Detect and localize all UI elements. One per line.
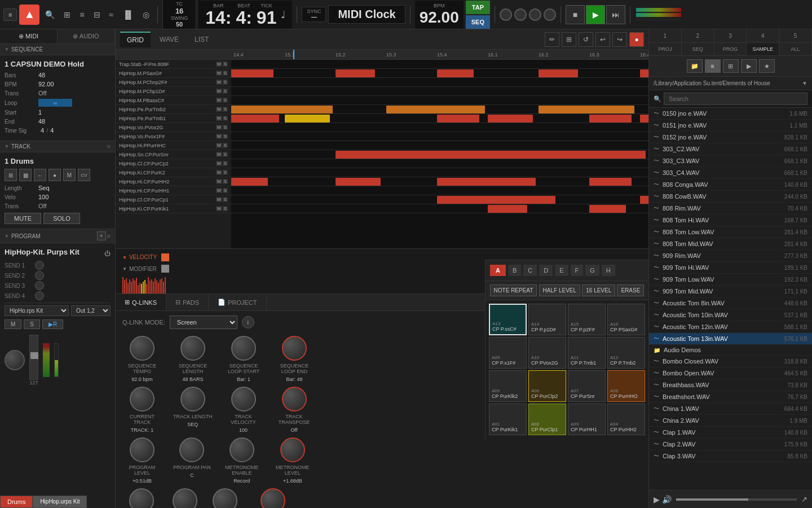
qlink-info-btn[interactable]: i: [242, 316, 254, 329]
file-808cowb[interactable]: 〜 808 CowB.WAV 244.0 KB: [649, 191, 812, 203]
browser-icon-star[interactable]: ★: [759, 59, 775, 73]
send2-knob[interactable]: [35, 271, 44, 280]
clip-a11-6[interactable]: [640, 115, 648, 122]
tab-g[interactable]: G: [585, 265, 599, 276]
clip-a16-1[interactable]: [231, 69, 273, 77]
file-breathbass[interactable]: 〜 Breathbass.WAV 73.8 KB: [649, 379, 812, 391]
browser-icon-play[interactable]: ▶: [741, 59, 757, 73]
file-303c2[interactable]: 〜 303_C2.WAV 668.1 KB: [649, 143, 812, 155]
file-808tomhi[interactable]: 〜 808 Tom Hi.WAV 168.7 KB: [649, 214, 812, 226]
cat-prog[interactable]: PROG: [714, 43, 747, 55]
seq-length-knob[interactable]: [180, 336, 205, 361]
metro-level-knob[interactable]: [280, 437, 305, 462]
pads-tab[interactable]: ⊟ PADS: [166, 294, 209, 310]
tap-button[interactable]: TAP: [466, 1, 490, 14]
browser-tab-2[interactable]: 2: [682, 29, 714, 42]
clip-a02-1[interactable]: [437, 196, 555, 204]
file-acou13in[interactable]: 〜 Acoustic Tom 13in.WAV 576.1 KB: [649, 333, 812, 345]
solo-button[interactable]: SOLO: [43, 213, 80, 224]
clip-a12-3[interactable]: [539, 106, 634, 113]
track-velo-knob[interactable]: [231, 387, 256, 411]
clip-a11-1[interactable]: [231, 115, 279, 122]
pad-a03[interactable]: A03 CP PurHH1: [568, 404, 606, 435]
bars-icon-btn[interactable]: ▐▌: [119, 8, 137, 21]
program-add-icon[interactable]: +: [97, 231, 106, 240]
disc-icon-btn[interactable]: ◎: [139, 8, 153, 21]
file-303c3[interactable]: 〜 303_C3.WAV 668.1 KB: [649, 155, 812, 167]
channel-m-btn[interactable]: M: [5, 319, 21, 329]
file-china2[interactable]: 〜 China 2.WAV 1.9 MB: [649, 415, 812, 427]
track-menu-icon[interactable]: ≡: [107, 143, 111, 150]
overdub-dot[interactable]: [514, 8, 527, 21]
folder-audio-demos[interactable]: 📁 Audio Demos: [649, 345, 812, 356]
browser-volume-slider[interactable]: [676, 498, 797, 501]
tab-e[interactable]: E: [555, 265, 568, 276]
browser-tab-3[interactable]: 3: [714, 29, 747, 42]
clip-a04-1[interactable]: [231, 178, 268, 186]
select-tool[interactable]: ⊞: [562, 32, 576, 47]
file-909tomhi[interactable]: 〜 909 Tom Hi.WAV 189.1 KB: [649, 262, 812, 274]
search-input[interactable]: [664, 93, 807, 105]
tab-c[interactable]: C: [523, 265, 537, 276]
pad-a05[interactable]: A05 CP PurKlk2: [489, 370, 527, 402]
clip-a02-2[interactable]: [640, 196, 648, 204]
project-tab[interactable]: 📄 PROJECT: [209, 294, 266, 310]
track-length-knob[interactable]: [180, 387, 205, 411]
grid-canvas[interactable]: 14.4 15.1 15.2 15.3 15.4 16.1 16.2 16.3 …: [231, 50, 648, 248]
browser-icon-folder[interactable]: 📁: [687, 59, 703, 73]
clip-a16-3[interactable]: [437, 69, 474, 77]
pad-a07[interactable]: A07 CP PurSnr: [568, 370, 606, 402]
file-clap2[interactable]: 〜 Clap 2.WAV 175.9 KB: [649, 439, 812, 450]
pad-a10[interactable]: A10 CP PVox2G: [528, 337, 566, 369]
pencil-tool[interactable]: ✏: [545, 32, 559, 47]
tc-strength-knob[interactable]: [261, 488, 285, 508]
record-btn[interactable]: ●: [629, 32, 644, 47]
file-909tommid[interactable]: 〜 909 Tom Mid.WAV 171.1 KB: [649, 286, 812, 297]
play-button[interactable]: ▶: [586, 5, 605, 24]
clip-a12-1[interactable]: [231, 106, 333, 113]
clip-a16-2[interactable]: [336, 69, 375, 77]
pan-knob[interactable]: [5, 350, 25, 370]
file-303c4[interactable]: 〜 303_C4.WAV 668.1 KB: [649, 167, 812, 179]
clip-a11-2[interactable]: [285, 115, 330, 122]
record-dot[interactable]: [500, 8, 512, 21]
search-icon-btn[interactable]: 🔍: [42, 8, 58, 21]
erase-btn[interactable]: ERASE: [617, 284, 644, 296]
file-bombo-open[interactable]: 〜 Bombo Open.WAV 464.5 KB: [649, 367, 812, 379]
track-icon-seq[interactable]: ▦: [19, 169, 32, 181]
file-0151[interactable]: 〜 0151 jno e.WAV 1.1 MB: [649, 120, 812, 132]
program-menu-icon[interactable]: ≡: [107, 231, 111, 240]
undo-btn[interactable]: ↩: [595, 32, 610, 47]
wave-tab[interactable]: WAVE: [153, 32, 186, 47]
file-808rim[interactable]: 〜 808 Rim.WAV 70.4 KB: [649, 203, 812, 214]
browser-path-arrow[interactable]: ▼: [802, 80, 807, 86]
browser-play-btn[interactable]: ▶: [654, 495, 660, 504]
file-clap1[interactable]: 〜 Clap 1.WAV 140.8 KB: [649, 427, 812, 439]
clip-a04-2[interactable]: [336, 178, 381, 186]
16-level-btn[interactable]: 16 LEVEL: [582, 284, 615, 296]
pad-a01[interactable]: A01 CP PurKik1: [489, 404, 527, 435]
cat-proj[interactable]: PROJ: [649, 43, 682, 55]
send4-knob[interactable]: [35, 291, 44, 300]
send3-knob[interactable]: [35, 281, 44, 290]
grid-icon-btn[interactable]: ⊞: [60, 8, 74, 21]
redo-btn[interactable]: ↪: [612, 32, 627, 47]
mute-button[interactable]: MUTE: [5, 213, 41, 224]
pad-a13[interactable]: A13 CP P.ssC#: [489, 304, 527, 335]
pad-a12[interactable]: A12 CP P.Tmb2: [607, 337, 645, 369]
tab-a[interactable]: A: [490, 265, 506, 276]
browser-tab-1[interactable]: 1: [649, 29, 682, 42]
qlinks-tab[interactable]: ⊞ Q-LINKS: [116, 294, 166, 310]
file-0150[interactable]: 〜 0150 jno e.WAV 1.6 MB: [649, 108, 812, 120]
swing-knob[interactable]: [173, 488, 197, 508]
time-correct-knob[interactable]: [129, 488, 154, 508]
clip-a11-5[interactable]: [589, 115, 632, 122]
clip-a12-2[interactable]: [386, 106, 485, 113]
shift-timing-knob[interactable]: [213, 488, 237, 508]
half-level-btn[interactable]: HALF LEVEL: [539, 284, 580, 296]
browser-tab-4[interactable]: 4: [747, 29, 779, 42]
seq-tempo-knob[interactable]: [130, 336, 155, 361]
file-breathshort[interactable]: 〜 Breathshort.WAV 76.7 KB: [649, 391, 812, 403]
file-909rim[interactable]: 〜 909 Rim.WAV 277.3 KB: [649, 250, 812, 262]
file-clap3[interactable]: 〜 Clap 3.WAV 85.8 KB: [649, 450, 812, 462]
